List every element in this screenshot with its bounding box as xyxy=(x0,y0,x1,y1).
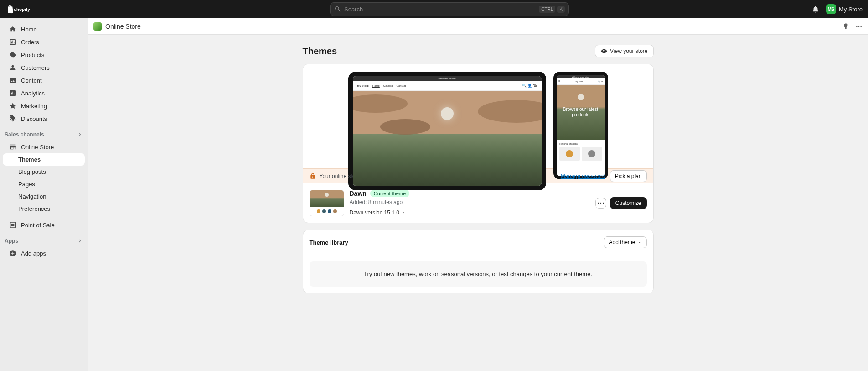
theme-version-dropdown[interactable]: Dawn version 15.1.0 xyxy=(350,209,406,216)
chevron-right-icon[interactable] xyxy=(77,238,83,244)
mobile-header: ☰ My Store 🔍 🛍 xyxy=(557,78,605,85)
lock-icon xyxy=(310,173,316,179)
mobile-featured-title: Featured products xyxy=(559,142,602,145)
pin-icon[interactable] xyxy=(842,23,849,30)
sidebar-item-customers[interactable]: Customers xyxy=(3,61,85,74)
mobile-announcement: Welcome to our store xyxy=(557,75,605,78)
online-store-app-icon xyxy=(93,22,102,31)
theme-details: Dawn Current theme Added: 8 minutes ago … xyxy=(350,190,590,216)
sidebar-item-content[interactable]: Content xyxy=(3,74,85,87)
add-theme-label: Add theme xyxy=(609,239,635,246)
content: Themes View your store Welcome to our st… xyxy=(88,35,868,371)
mobile-brand: My Store xyxy=(575,80,583,83)
sidebar-item-marketing[interactable]: Marketing xyxy=(3,99,85,112)
preview-nav-contact: Contact xyxy=(397,84,406,87)
theme-more-button[interactable] xyxy=(595,198,606,209)
sec-header-title: Online Store xyxy=(105,23,141,30)
theme-library-card: Theme library Add theme Try out new them… xyxy=(303,230,654,293)
preview-hero xyxy=(353,91,542,187)
svg-point-2 xyxy=(858,26,860,27)
customers-icon xyxy=(9,64,16,71)
svg-text:shopify: shopify xyxy=(14,7,31,12)
sub-nav-pages[interactable]: Pages xyxy=(3,178,85,190)
sidebar-item-discounts[interactable]: Discounts xyxy=(3,112,85,125)
mobile-product-thumb xyxy=(582,147,602,161)
app-header: shopify Search CTRL K MS My Store xyxy=(0,0,868,18)
pos-icon xyxy=(9,221,16,229)
sidebar-item-add-apps[interactable]: Add apps xyxy=(3,247,85,260)
manage-password-link[interactable]: Manage password xyxy=(561,173,605,179)
search-placeholder: Search xyxy=(344,6,539,13)
notification-icon[interactable] xyxy=(811,5,820,13)
section-header-sales-channels: Sales channels xyxy=(0,125,88,141)
marketing-icon xyxy=(9,102,16,110)
sidebar-label: Add apps xyxy=(21,250,46,257)
content-inner: Themes View your store Welcome to our st… xyxy=(303,45,654,371)
view-store-label: View your store xyxy=(610,48,647,54)
chevron-down-icon xyxy=(401,210,406,215)
sub-nav-navigation[interactable]: Navigation xyxy=(3,190,85,203)
search-icon xyxy=(334,5,341,13)
shopify-logo: shopify xyxy=(5,5,36,14)
sidebar-label: Customers xyxy=(21,64,50,71)
preview-brand: My Store xyxy=(357,84,369,87)
current-theme-card: Welcome to our store My Store Home Catal… xyxy=(303,64,654,223)
sidebar-item-products[interactable]: Products xyxy=(3,48,85,61)
view-store-button[interactable]: View your store xyxy=(595,45,653,57)
search-wrap: Search CTRL K xyxy=(88,2,811,16)
sidebar-item-orders[interactable]: Orders xyxy=(3,36,85,48)
shortcut-keys: CTRL K xyxy=(539,6,565,13)
library-empty-state: Try out new themes, work on seasonal ver… xyxy=(310,261,647,287)
avatar: MS xyxy=(826,4,836,14)
sidebar-item-home[interactable]: Home xyxy=(3,23,85,36)
eye-icon xyxy=(601,48,607,54)
store-menu-button[interactable]: MS My Store xyxy=(826,4,863,14)
mobile-preview[interactable]: Welcome to our store ☰ My Store 🔍 🛍 Brow… xyxy=(553,72,608,179)
sidebar-label: Orders xyxy=(21,39,39,46)
dots-horizontal-icon xyxy=(598,202,604,204)
content-icon xyxy=(9,77,16,84)
sec-header-left: Online Store xyxy=(93,22,835,31)
sidebar-label: Online Store xyxy=(21,144,54,151)
orders-icon xyxy=(9,38,16,46)
theme-name: Dawn xyxy=(350,190,367,197)
sub-nav-blog-posts[interactable]: Blog posts xyxy=(3,166,85,178)
chevron-right-icon[interactable] xyxy=(77,131,83,138)
customize-button[interactable]: Customize xyxy=(610,197,647,209)
sub-nav-themes[interactable]: Themes xyxy=(3,153,85,166)
search-input[interactable]: Search CTRL K xyxy=(330,2,569,16)
page-title-row: Themes View your store xyxy=(303,45,654,57)
header-right: MS My Store xyxy=(811,4,863,14)
library-body: Try out new themes, work on seasonal ver… xyxy=(303,255,653,293)
pick-plan-button[interactable]: Pick a plan xyxy=(610,170,647,182)
mobile-featured: Featured products xyxy=(557,140,605,163)
page-title: Themes xyxy=(303,46,337,57)
mobile-browse-text: Browse our latest products xyxy=(557,107,605,118)
discounts-icon xyxy=(9,115,16,122)
library-title: Theme library xyxy=(310,239,348,246)
sub-nav-preferences[interactable]: Preferences xyxy=(3,203,85,215)
store-name: My Store xyxy=(839,6,863,13)
sidebar-item-pos[interactable]: Point of Sale xyxy=(3,219,85,231)
sidebar-label: Discounts xyxy=(21,115,47,122)
svg-point-6 xyxy=(603,203,604,204)
home-icon xyxy=(9,26,16,33)
preview-nav-home: Home xyxy=(372,84,380,87)
more-horizontal-icon[interactable] xyxy=(855,23,863,30)
theme-thumbnail xyxy=(310,190,344,216)
section-label: Sales channels xyxy=(5,131,44,138)
svg-point-3 xyxy=(860,26,862,27)
sidebar-label: Point of Sale xyxy=(21,222,55,229)
preview-announcement: Welcome to our store xyxy=(353,76,542,81)
add-theme-button[interactable]: Add theme xyxy=(604,236,646,248)
sidebar-label: Products xyxy=(21,52,44,58)
preview-nav-catalog: Catalog xyxy=(383,84,393,87)
sidebar: Home Orders Products Customers Content A… xyxy=(0,18,88,371)
sec-header-right xyxy=(835,23,863,30)
sidebar-label: Content xyxy=(21,77,42,84)
sidebar-item-online-store[interactable]: Online Store xyxy=(3,141,85,153)
sidebar-item-analytics[interactable]: Analytics xyxy=(3,87,85,99)
desktop-preview[interactable]: Welcome to our store My Store Home Catal… xyxy=(348,72,546,190)
section-header-apps: Apps xyxy=(0,231,88,247)
sidebar-label: Home xyxy=(21,26,37,33)
